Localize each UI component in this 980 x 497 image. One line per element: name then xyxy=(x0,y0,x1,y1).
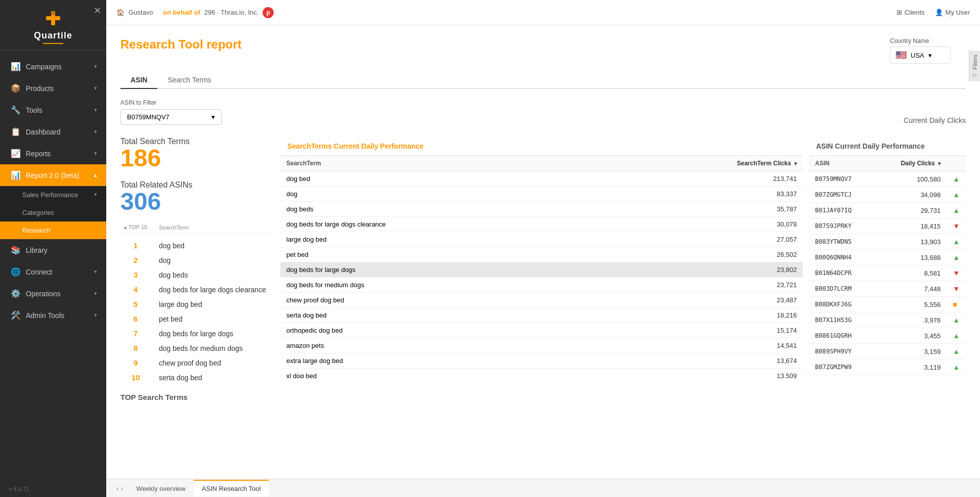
sidebar-item-research[interactable]: Research xyxy=(0,221,106,239)
table-row[interactable]: B083YTWDN513,903▲ xyxy=(809,234,966,250)
admin-chevron: ▾ xyxy=(94,312,97,319)
sidebar-item-report2[interactable]: 📊 Report 2.0 (beta) ▴ xyxy=(0,164,106,186)
list-item: 7 dog beds for large dogs xyxy=(120,326,272,341)
clients-button[interactable]: ⊞ Clients xyxy=(897,9,925,16)
term-1: dog bed xyxy=(159,242,185,250)
clients-icon: ⊞ xyxy=(897,9,902,16)
categories-label: Categories xyxy=(22,209,54,216)
table-row[interactable]: B003D7LCRM7,448▼ xyxy=(809,281,966,297)
sidebar-item-admin[interactable]: 🛠️ Admin Tools ▾ xyxy=(0,304,106,326)
col-daily-clicks[interactable]: Daily Clicks ▾ xyxy=(876,156,947,171)
table-row[interactable]: B07ZGMGTCJ34,098▲ xyxy=(809,187,966,203)
asin-filter-value: B0759MNQV7 xyxy=(127,113,169,121)
sidebar-item-operations[interactable]: ⚙️ Operations ▾ xyxy=(0,283,106,304)
table-row[interactable]: large dog bed27,057 xyxy=(280,232,803,247)
list-item: 2 dog xyxy=(120,253,272,267)
sidebar-item-connect[interactable]: 🌐 Connect ▾ xyxy=(0,261,106,283)
table-row[interactable]: chew proof dog bed23,487 xyxy=(280,293,803,308)
table-row[interactable]: orthopedic dog bed15,174 xyxy=(280,323,803,338)
close-button[interactable]: ✕ xyxy=(94,5,101,16)
bottom-tab-weekly[interactable]: Weekly overview xyxy=(128,480,193,496)
total-search-terms-value: 186 xyxy=(120,146,272,170)
on-behalf-label: on behalf of xyxy=(163,9,200,16)
bottom-nav-next[interactable]: › xyxy=(121,484,123,492)
table-row[interactable]: B0861GQGRH3,455▲ xyxy=(809,328,966,344)
sidebar-item-sales-performance[interactable]: Sales Performance ▾ xyxy=(0,186,106,204)
asin-filter-select[interactable]: B0759MNQV7 ▾ xyxy=(120,109,222,125)
table-row[interactable]: B00Q6QNNH413,688▲ xyxy=(809,250,966,265)
table-row[interactable]: xl dog bed13,509 xyxy=(280,369,803,379)
trend-up-icon: ▲ xyxy=(953,332,960,340)
list-item: 5 large dog bed xyxy=(120,297,272,311)
table-row[interactable]: B089SPH9VY3,159▲ xyxy=(809,344,966,359)
sidebar-item-campaigns[interactable]: 📊 Campaigns ▾ xyxy=(0,56,106,77)
sidebar-item-reports[interactable]: 📈 Reports ▾ xyxy=(0,143,106,164)
tab-asin[interactable]: ASIN xyxy=(120,72,157,89)
sidebar-nav: 📊 Campaigns ▾ 📦 Products ▾ 🔧 Tools ▾ 📋 xyxy=(0,51,106,481)
bottom-nav: ‹ › xyxy=(116,484,123,492)
table-row[interactable]: B0759MNQV7100,580▲ xyxy=(809,171,966,187)
sidebar-item-categories[interactable]: Categories xyxy=(0,204,106,221)
country-dropdown[interactable]: 🇺🇸 USA ▾ xyxy=(890,47,951,64)
search-terms-perf-title: SearchTerms Current Daily Performance xyxy=(280,137,803,156)
rank-5: 5 xyxy=(120,300,151,308)
sidebar: ✕ Quartile 📊 Campaigns ▾ 📦 Products ▾ xyxy=(0,0,106,497)
table-row[interactable]: B01JAY07IQ29,731▲ xyxy=(809,203,966,218)
table-row[interactable]: dog beds35,787 xyxy=(280,202,803,217)
country-value: USA xyxy=(911,52,924,59)
col-asin[interactable]: ASIN xyxy=(809,156,876,171)
campaigns-label: Campaigns xyxy=(26,63,62,71)
asin-table: ASIN Daily Clicks ▾ xyxy=(809,156,966,378)
sidebar-item-library[interactable]: 📚 Library xyxy=(0,239,106,261)
right-filter-panel[interactable]: Filters ▷ xyxy=(969,51,980,81)
bottom-nav-prev[interactable]: ‹ xyxy=(116,484,119,492)
user-button[interactable]: 👤 My User xyxy=(935,9,970,16)
trend-up-icon: ▲ xyxy=(953,191,960,199)
logo-underline xyxy=(43,43,63,44)
table-row[interactable]: B01N64DCPR8,581▼ xyxy=(809,265,966,281)
asin-sort-arrow-icon: ▾ xyxy=(938,161,941,166)
asin-table-container[interactable]: ASIN Daily Clicks ▾ xyxy=(809,156,966,378)
sidebar-item-products[interactable]: 📦 Products ▾ xyxy=(0,77,106,99)
sort-arrow-icon: ▾ xyxy=(794,161,797,166)
operations-label: Operations xyxy=(26,290,60,298)
col-search-term[interactable]: SearchTerm xyxy=(280,156,598,171)
tab-search-terms[interactable]: Search Terms xyxy=(157,72,221,89)
home-icon: 🏠 xyxy=(116,9,124,16)
trend-down-icon: ▼ xyxy=(953,285,960,293)
table-row[interactable]: amazon pets14,541 xyxy=(280,338,803,353)
table-row[interactable]: dog beds for large dogs clearance30,078 xyxy=(280,217,803,232)
table-row[interactable]: B07X11H53G3,976▲ xyxy=(809,312,966,328)
campaigns-chevron: ▾ xyxy=(94,63,97,70)
total-search-terms-stat: Total Search Terms 186 xyxy=(120,137,272,170)
sidebar-item-dashboard[interactable]: 📋 Dashboard ▾ xyxy=(0,121,106,143)
dashboard-icon: 📋 xyxy=(11,127,21,137)
bottom-tab-asin-research[interactable]: ASIN Research Tool xyxy=(194,480,269,496)
top10-header: ▴ TOP 10 SearchTerm xyxy=(120,224,272,234)
table-row[interactable]: B07ZGMZPW93,119▲ xyxy=(809,359,966,375)
table-row[interactable]: dog bed213,741 xyxy=(280,171,803,187)
search-terms-tbody: dog bed213,741 dog83,337 dog beds35,787 … xyxy=(280,171,803,379)
library-icon: 📚 xyxy=(11,245,21,255)
col-search-clicks[interactable]: SearchTerm Clicks ▾ xyxy=(598,156,803,171)
reports-icon: 📈 xyxy=(11,149,21,158)
sidebar-item-tools[interactable]: 🔧 Tools ▾ xyxy=(0,99,106,121)
breadcrumb-account: 296 · Thras.io, Inc. xyxy=(204,9,259,16)
table-row[interactable]: extra large dog bed13,674 xyxy=(280,353,803,369)
tools-chevron: ▾ xyxy=(94,107,97,113)
table-row[interactable]: B0759JPRKY18,415▼ xyxy=(809,218,966,234)
table-row[interactable]: dog beds for large dogs23,802 xyxy=(280,262,803,278)
table-row[interactable]: dog83,337 xyxy=(280,187,803,202)
table-row[interactable]: serta dog bed18,216 xyxy=(280,308,803,323)
reports-label: Reports xyxy=(26,150,51,158)
table-row[interactable]: B08DKXFJ6G5,556■ xyxy=(809,297,966,312)
table-row[interactable]: B07P76RMZF3,101▲ xyxy=(809,375,966,379)
total-related-asins-value: 306 xyxy=(120,190,272,214)
left-stats-panel: Total Search Terms 186 Total Related ASI… xyxy=(120,137,272,385)
table-row[interactable]: pet bed26,502 xyxy=(280,247,803,262)
table-row[interactable]: dog beds for medium dogs23,721 xyxy=(280,278,803,293)
campaigns-icon: 📊 xyxy=(11,62,21,71)
version-label: v 4.6.72 xyxy=(0,481,106,497)
country-label: Country Name xyxy=(890,37,929,44)
search-terms-table-container[interactable]: SearchTerm SearchTerm Clicks ▾ xyxy=(280,156,803,378)
